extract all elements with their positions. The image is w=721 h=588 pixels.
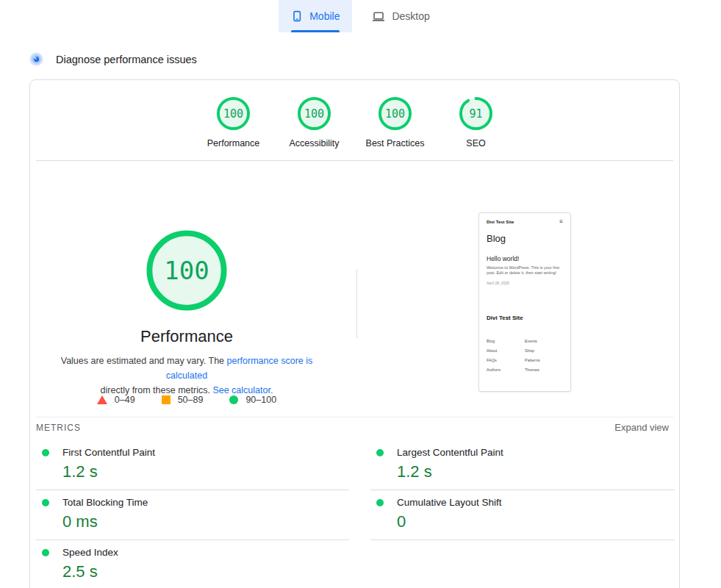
gauge-seo[interactable]: 91 SEO	[436, 96, 517, 148]
legend-range: 90–100	[245, 395, 276, 405]
metric-name: First Contentful Paint	[62, 448, 155, 458]
description-text: Values are estimated and may vary. The	[61, 356, 227, 366]
metric-name: Cumulative Layout Shift	[397, 498, 502, 508]
tab-desktop-label: Desktop	[392, 10, 429, 22]
thumb-footer-link: Authors	[487, 368, 525, 372]
gauge-best-practices[interactable]: 100 Best Practices	[355, 96, 436, 148]
thumb-footer-link: Events	[525, 339, 563, 343]
metric-row-tbt: Total Blocking Time 0 ms	[36, 490, 349, 540]
diagnose-header: Diagnose performance issues	[29, 52, 197, 66]
thumb-footer-link: Themes	[525, 368, 563, 372]
thumb-footer-title: Divi Test Site	[487, 315, 563, 321]
thumb-post-excerpt: Welcome to WordPress. This is your first…	[487, 265, 563, 276]
gauge-label: Performance	[207, 138, 260, 148]
metric-name: Speed Index	[62, 548, 118, 558]
metrics-column-right: Largest Contentful Paint 1.2 s Cumulativ…	[370, 440, 675, 540]
metric-value: 2.5 s	[62, 563, 349, 581]
active-tab-underline	[291, 30, 340, 32]
orange-square-icon	[162, 395, 171, 404]
thumb-footer-link: About	[487, 348, 525, 353]
metrics-column-left: First Contentful Paint 1.2 s Total Block…	[36, 440, 349, 588]
score-legend: 0–49 50–89 90–100	[40, 395, 334, 405]
pass-dot-icon	[42, 499, 49, 506]
page-screenshot-thumbnail: Divi Test Site ≡ Blog Hello world! Welco…	[478, 212, 571, 392]
mobile-phone-icon	[291, 10, 303, 22]
metric-row-fcp: First Contentful Paint 1.2 s	[36, 440, 349, 490]
legend-range: 0–49	[115, 395, 135, 405]
metric-row-si: Speed Index 2.5 s	[36, 540, 349, 588]
device-tabbar: Mobile Desktop	[0, 0, 721, 32]
performance-score: 100	[146, 230, 227, 311]
legend-item-fail: 0–49	[97, 395, 135, 405]
thumb-post-date: April 28, 2025	[487, 281, 563, 285]
see-calculator-link[interactable]: See calculator.	[212, 385, 273, 395]
horizontal-divider	[36, 160, 673, 161]
metric-value: 0 ms	[62, 513, 349, 531]
pass-dot-icon	[376, 499, 384, 506]
legend-item-pass: 90–100	[229, 395, 276, 405]
pagespeed-gauge-icon	[29, 52, 43, 66]
thumb-footer-link: Patterns	[525, 358, 563, 362]
gauge-performance[interactable]: 100 Performance	[193, 96, 274, 148]
pass-dot-icon	[42, 449, 49, 456]
section-title: Diagnose performance issues	[56, 54, 197, 65]
tab-desktop[interactable]: Desktop	[359, 0, 442, 32]
legend-range: 50–89	[178, 395, 204, 405]
performance-title: Performance	[76, 327, 297, 346]
thumb-post-title: Hello world!	[487, 255, 563, 262]
gauge-score: 100	[378, 96, 412, 131]
green-circle-icon	[229, 395, 238, 404]
red-triangle-icon	[97, 395, 107, 404]
gauge-score: 91	[459, 96, 493, 131]
metric-row-lcp: Largest Contentful Paint 1.2 s	[370, 440, 675, 490]
metric-value: 1.2 s	[397, 463, 675, 481]
description-text: directly from these metrics.	[101, 385, 213, 395]
thumb-header: Divi Test Site ≡	[487, 220, 563, 224]
thumb-footer-link: Shop	[525, 348, 563, 353]
metric-name: Total Blocking Time	[62, 498, 148, 508]
lighthouse-report-card: 100 Performance 100 Accessibility 100	[29, 79, 680, 588]
metrics-section-header: METRICS	[36, 423, 81, 433]
thumb-footer-link: FAQs	[487, 358, 525, 362]
pass-dot-icon	[42, 549, 49, 556]
pass-dot-icon	[376, 449, 384, 456]
thumb-page-title: Blog	[487, 233, 563, 244]
expand-view-button[interactable]: Expand view	[614, 422, 669, 433]
thumb-site-name: Divi Test Site	[487, 220, 514, 224]
performance-main-gauge: 100	[146, 230, 227, 311]
legend-item-average: 50–89	[162, 395, 204, 405]
tab-mobile[interactable]: Mobile	[279, 0, 352, 32]
metric-value: 1.2 s	[62, 463, 349, 481]
gauge-score: 100	[216, 96, 251, 131]
category-gauges-row: 100 Performance 100 Accessibility 100	[30, 96, 679, 148]
metric-row-cls: Cumulative Layout Shift 0	[370, 490, 675, 540]
thumb-footer-link: Blog	[487, 339, 525, 343]
gauge-score: 100	[297, 96, 331, 131]
gauge-label: SEO	[466, 138, 485, 148]
metric-name: Largest Contentful Paint	[397, 448, 503, 458]
metrics-top-divider	[36, 417, 673, 417]
vertical-divider	[356, 269, 357, 338]
performance-description: Values are estimated and may vary. The p…	[40, 354, 334, 398]
desktop-laptop-icon	[372, 11, 385, 22]
tab-mobile-label: Mobile	[309, 10, 340, 22]
gauge-label: Best Practices	[366, 138, 425, 148]
gauge-accessibility[interactable]: 100 Accessibility	[274, 96, 355, 148]
gauge-label: Accessibility	[289, 138, 339, 148]
metric-value: 0	[397, 513, 675, 531]
thumb-footer-links: Blog Events About Shop FAQs Patterns Aut…	[487, 339, 563, 372]
hamburger-menu-icon: ≡	[559, 220, 563, 224]
